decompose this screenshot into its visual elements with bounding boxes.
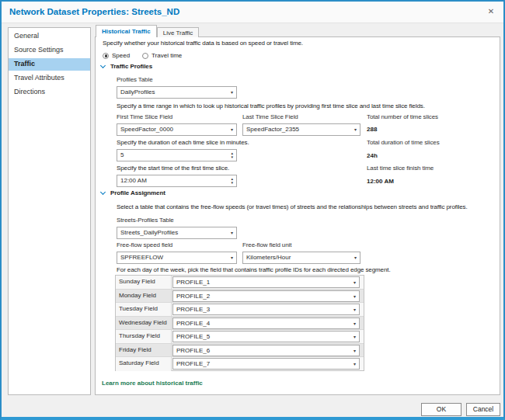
- spinner-arrows-icon[interactable]: ▴ ▾: [231, 175, 233, 186]
- dialog-title: Network Dataset Properties: Streets_ND: [9, 7, 179, 16]
- total-duration-label: Total duration of time slices: [367, 139, 440, 146]
- radio-speed[interactable]: Speed: [103, 52, 130, 59]
- table-row-friday: Friday Field PROFILE_6 ▾: [116, 344, 364, 358]
- dropdown-caret-icon: ▾: [354, 253, 357, 263]
- tab-live-traffic[interactable]: Live Traffic: [157, 27, 200, 37]
- historical-traffic-panel: Specify whether your historical traffic …: [95, 36, 500, 395]
- ok-button[interactable]: OK: [421, 403, 461, 416]
- chevron-down-icon: [100, 189, 106, 194]
- sidebar-item-traffic[interactable]: Traffic: [9, 58, 90, 71]
- monday-field-label: Monday Field: [116, 290, 172, 303]
- freeflow-speed-field-dropdown[interactable]: SPFREEFLOW ▾: [117, 252, 237, 264]
- dropdown-caret-icon: ▾: [354, 319, 356, 328]
- finish-time-value: 12:00 AM: [367, 178, 394, 185]
- sunday-field-dropdown[interactable]: PROFILE_1 ▾: [172, 276, 360, 288]
- dropdown-caret-icon: ▾: [354, 278, 356, 287]
- day-fields-table: Sunday Field PROFILE_1 ▾ Monday Field PR…: [115, 275, 364, 371]
- table-row-monday: Monday Field PROFILE_2 ▾: [116, 290, 364, 304]
- wednesday-field-value: PROFILE_4: [176, 320, 210, 327]
- radio-travel-time[interactable]: Travel time: [142, 52, 182, 59]
- tab-strip: Historical Traffic Live Traffic: [96, 25, 199, 37]
- monday-field-value: PROFILE_2: [176, 293, 210, 300]
- freeflow-speed-field-label: Free-flow speed field: [117, 241, 172, 248]
- total-slices-label: Total number of time slices: [367, 113, 438, 120]
- dropdown-caret-icon: ▾: [354, 346, 356, 356]
- sunday-field-value: PROFILE_1: [176, 279, 210, 286]
- profiles-table-label: Profiles Table: [117, 76, 152, 83]
- dropdown-caret-icon: ▾: [354, 292, 356, 301]
- dropdown-caret-icon: ▾: [231, 253, 233, 263]
- last-time-slice-label: Last Time Slice Field: [242, 113, 298, 120]
- traffic-profiles-section-header[interactable]: Traffic Profiles: [101, 63, 152, 70]
- spinner-down-icon[interactable]: ▾: [231, 155, 233, 159]
- friday-field-dropdown[interactable]: PROFILE_6 ▾: [172, 345, 360, 356]
- thursday-field-dropdown[interactable]: PROFILE_5 ▾: [172, 331, 360, 342]
- tab-historical-traffic[interactable]: Historical Traffic: [96, 25, 157, 37]
- profiles-table-value: DailyProfiles: [120, 89, 155, 95]
- cancel-button[interactable]: Cancel: [466, 403, 500, 416]
- duration-value: 5: [120, 151, 124, 158]
- thursday-field-value: PROFILE_5: [176, 333, 210, 340]
- saturday-field-value: PROFILE_7: [176, 360, 210, 367]
- duration-text: Specify the duration of each time slice …: [117, 139, 249, 146]
- sidebar-item-travel-attributes[interactable]: Travel Attributes: [9, 72, 90, 85]
- freeflow-unit-value: Kilometers/Hour: [246, 254, 291, 261]
- dropdown-caret-icon: ▾: [231, 88, 233, 98]
- freeflow-unit-label: Free-flow field unit: [242, 241, 291, 248]
- learn-more-link[interactable]: Learn more about historical traffic: [102, 380, 203, 387]
- tuesday-field-value: PROFILE_3: [176, 306, 210, 313]
- sidebar-item-directions[interactable]: Directions: [9, 86, 90, 99]
- freeflow-unit-dropdown[interactable]: Kilometers/Hour ▾: [242, 252, 360, 264]
- freeflow-speed-field-value: SPFREEFLOW: [120, 254, 163, 261]
- radio-travel-time-icon: [142, 53, 148, 59]
- start-time-spinner[interactable]: 12:00 AM ▴ ▾: [117, 175, 237, 187]
- profile-assignment-section-label: Profile Assignment: [110, 189, 165, 196]
- table-row-tuesday: Tuesday Field PROFILE_3 ▾: [116, 303, 364, 317]
- last-time-slice-dropdown[interactable]: SpeedFactor_2355 ▾: [242, 123, 360, 136]
- dropdown-caret-icon: ▾: [354, 359, 356, 369]
- dropdown-caret-icon: ▾: [231, 228, 233, 238]
- profile-assignment-section-header[interactable]: Profile Assignment: [101, 189, 165, 196]
- total-slices-value: 288: [367, 126, 377, 133]
- dropdown-caret-icon: ▾: [354, 305, 356, 314]
- spinner-down-icon[interactable]: ▾: [231, 181, 233, 185]
- start-time-value: 12:00 AM: [120, 177, 147, 184]
- friday-field-value: PROFILE_6: [176, 347, 210, 354]
- friday-field-label: Friday Field: [116, 344, 172, 357]
- chevron-down-icon: [100, 62, 106, 68]
- duration-spinner[interactable]: 5 ▴ ▾: [117, 149, 237, 161]
- streets-profiles-table-label: Streets-Profiles Table: [117, 217, 174, 224]
- radio-travel-time-label: Travel time: [152, 52, 182, 59]
- radio-speed-icon: [103, 53, 109, 59]
- spinner-arrows-icon[interactable]: ▴ ▾: [231, 150, 233, 161]
- last-time-slice-value: SpeedFactor_2355: [246, 126, 299, 133]
- tuesday-field-label: Tuesday Field: [116, 303, 172, 316]
- sidebar-item-general[interactable]: General: [9, 30, 90, 43]
- dropdown-caret-icon: ▾: [354, 125, 357, 135]
- close-icon[interactable]: ✕: [486, 6, 496, 17]
- sidebar-item-source-settings[interactable]: Source Settings: [9, 44, 90, 57]
- finish-time-label: Last time slice finish time: [367, 165, 434, 172]
- first-time-slice-value: SpeedFactor_0000: [120, 126, 173, 133]
- start-time-text: Specify the start time of the first time…: [117, 165, 229, 172]
- profiles-table-dropdown[interactable]: DailyProfiles ▾: [117, 86, 237, 99]
- saturday-field-label: Saturday Field: [116, 357, 172, 371]
- dropdown-caret-icon: ▾: [354, 332, 356, 342]
- first-time-slice-dropdown[interactable]: SpeedFactor_0000 ▾: [117, 123, 237, 136]
- total-duration-value: 24h: [367, 152, 378, 159]
- dropdown-caret-icon: ▾: [231, 125, 233, 135]
- day-table-intro: For each day of the week, pick the field…: [117, 266, 391, 273]
- traffic-profiles-section-label: Traffic Profiles: [110, 63, 152, 70]
- saturday-field-dropdown[interactable]: PROFILE_7 ▾: [172, 358, 360, 370]
- table-row-wednesday: Wednesday Field PROFILE_4 ▾: [116, 317, 364, 331]
- profile-assignment-intro: Select a table that contains the free-fl…: [117, 203, 468, 210]
- wednesday-field-dropdown[interactable]: PROFILE_4 ▾: [172, 318, 360, 329]
- network-dataset-properties-dialog: Network Dataset Properties: Streets_ND ✕…: [0, 0, 505, 420]
- sunday-field-label: Sunday Field: [116, 276, 172, 289]
- title-bar: Network Dataset Properties: Streets_ND ✕: [2, 2, 503, 23]
- tuesday-field-dropdown[interactable]: PROFILE_3 ▾: [172, 304, 360, 315]
- streets-profiles-table-dropdown[interactable]: Streets_DailyProfiles ▾: [117, 227, 237, 239]
- wednesday-field-label: Wednesday Field: [116, 317, 172, 330]
- monday-field-dropdown[interactable]: PROFILE_2 ▾: [172, 290, 360, 302]
- sidebar: General Source Settings Traffic Travel A…: [8, 27, 91, 395]
